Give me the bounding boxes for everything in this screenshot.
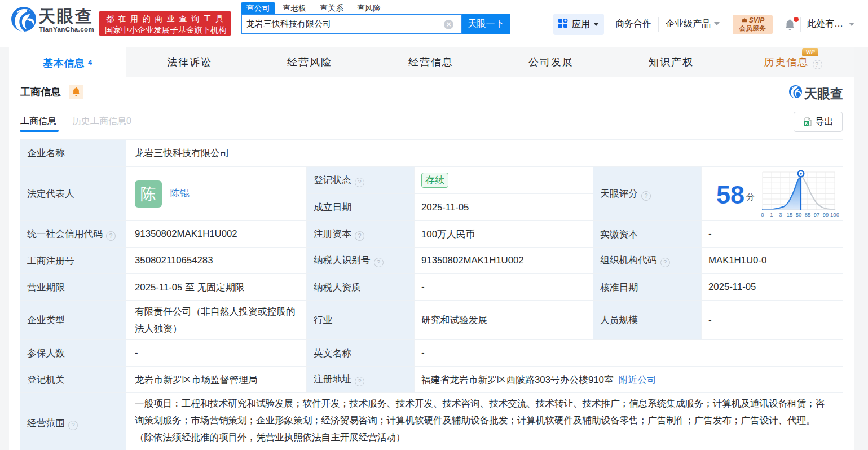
svg-text:3: 3 [779, 211, 782, 218]
svg-text:85: 85 [805, 211, 811, 218]
svg-text:50: 50 [796, 211, 802, 218]
svg-text:100: 100 [830, 211, 839, 218]
svg-text:0: 0 [761, 211, 764, 218]
svg-text:97: 97 [814, 211, 820, 218]
svg-text:1: 1 [770, 211, 773, 218]
svg-text:99: 99 [823, 211, 829, 218]
svg-text:15: 15 [787, 211, 793, 218]
